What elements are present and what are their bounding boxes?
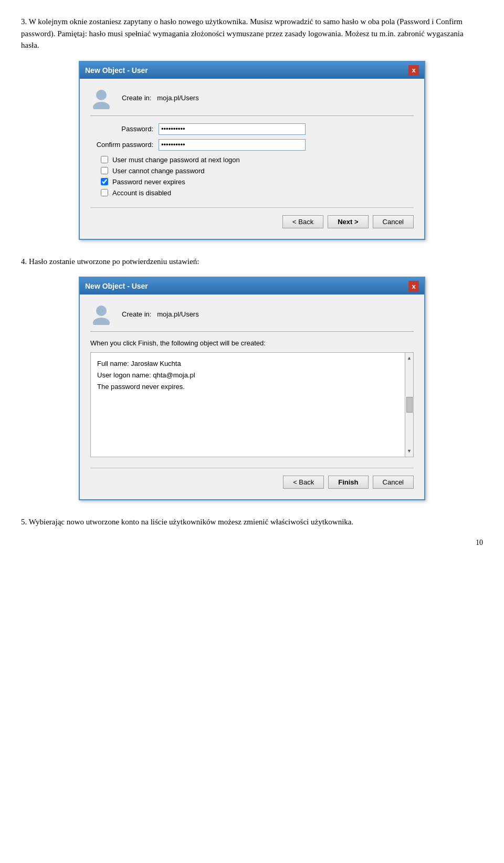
page-number: 10 xyxy=(21,539,483,547)
confirm-password-label: Confirm password: xyxy=(90,141,159,149)
create-in-label-2: Create in: xyxy=(122,310,151,318)
create-in-label-1: Create in: xyxy=(122,94,151,102)
password-row: Password: xyxy=(90,123,414,135)
paragraph-3: 3. W kolejnym oknie zostaniesz zapytany … xyxy=(21,16,483,51)
dialog-new-object-user-2: New Object - User x Create in: moja.pl/U… xyxy=(79,277,425,500)
dialog-title-1: New Object - User xyxy=(85,66,148,75)
dialog-body-1: Create in: moja.pl/Users Password: Confi… xyxy=(80,79,424,239)
svg-point-0 xyxy=(96,90,107,100)
scroll-thumb[interactable] xyxy=(406,397,413,413)
confirm-password-row: Confirm password: xyxy=(90,139,414,151)
summary-scrollbar[interactable]: ▲ ▼ xyxy=(405,353,413,457)
checkbox-row-1: User must change password at next logon xyxy=(101,156,414,164)
user-avatar-icon-2 xyxy=(90,303,112,325)
dialog-body-2: Create in: moja.pl/Users When you click … xyxy=(80,294,424,499)
password-input[interactable] xyxy=(159,123,306,135)
create-in-value-2: moja.pl/Users xyxy=(157,310,198,318)
checkbox-row-2: User cannot change password xyxy=(101,167,414,175)
back-button-1[interactable]: < Back xyxy=(282,215,323,228)
section-num-3: 3. xyxy=(21,17,27,26)
dialog-close-button-2[interactable]: x xyxy=(408,281,419,291)
checkbox-must-change[interactable] xyxy=(101,156,108,163)
scroll-up-arrow[interactable]: ▲ xyxy=(405,353,413,364)
summary-line-3: The password never expires. xyxy=(97,381,396,393)
dialog-titlebar-1: New Object - User x xyxy=(80,62,424,79)
checkbox-never-expires[interactable] xyxy=(101,178,108,185)
svg-point-1 xyxy=(93,102,110,109)
checkbox-row-4: Account is disabled xyxy=(101,189,414,197)
confirm-password-input[interactable] xyxy=(159,139,306,151)
create-in-value-1: moja.pl/Users xyxy=(157,94,198,102)
summary-line-2: User logon name: qhta@moja.pl xyxy=(97,370,396,381)
checkbox-label-account-disabled: Account is disabled xyxy=(112,189,171,197)
cancel-button-2[interactable]: Cancel xyxy=(373,476,414,489)
checkbox-cannot-change[interactable] xyxy=(101,167,108,174)
dialog-titlebar-2: New Object - User x xyxy=(80,278,424,294)
paragraph-4: 4. Hasło zostanie utworzone po potwierdz… xyxy=(21,256,483,268)
section-num-5: 5. xyxy=(21,518,27,526)
checkbox-account-disabled[interactable] xyxy=(101,189,108,196)
checkbox-label-must-change: User must change password at next logon xyxy=(112,156,240,164)
dialog-header-row-1: Create in: moja.pl/Users xyxy=(90,87,414,116)
cancel-button-1[interactable]: Cancel xyxy=(373,215,414,228)
intro-text-2: When you click Finish, the following obj… xyxy=(90,339,414,347)
svg-point-2 xyxy=(96,306,107,316)
dialog-close-button-1[interactable]: x xyxy=(408,65,419,76)
dialog-header-row-2: Create in: moja.pl/Users xyxy=(90,303,414,332)
checkboxes-container: User must change password at next logon … xyxy=(90,156,414,197)
finish-button[interactable]: Finish xyxy=(328,476,368,489)
password-label: Password: xyxy=(90,125,159,133)
dialog-new-object-user-1: New Object - User x Create in: moja.pl/U… xyxy=(79,61,425,240)
summary-line-1: Full name: Jarosław Kuchta xyxy=(97,358,396,370)
summary-box: Full name: Jarosław Kuchta User logon na… xyxy=(90,352,414,457)
scroll-down-arrow[interactable]: ▼ xyxy=(405,446,413,457)
create-in-1: Create in: moja.pl/Users xyxy=(122,94,199,102)
dialog-title-2: New Object - User xyxy=(85,282,148,290)
dialog-footer-2: < Back Finish Cancel xyxy=(90,468,414,489)
checkbox-label-cannot-change: User cannot change password xyxy=(112,167,205,175)
user-avatar-icon-1 xyxy=(90,87,112,109)
create-in-2: Create in: moja.pl/Users xyxy=(122,310,199,318)
summary-container: Full name: Jarosław Kuchta User logon na… xyxy=(90,352,414,457)
svg-point-3 xyxy=(93,318,110,325)
dialog-footer-1: < Back Next > Cancel xyxy=(90,207,414,228)
checkbox-row-3: Password never expires xyxy=(101,178,414,186)
checkbox-label-never-expires: Password never expires xyxy=(112,178,185,186)
back-button-2[interactable]: < Back xyxy=(283,476,324,489)
next-button-1[interactable]: Next > xyxy=(328,215,368,228)
section-num-4: 4. xyxy=(21,257,27,266)
paragraph-5: 5. Wybierając nowo utworzone konto na li… xyxy=(21,516,483,528)
